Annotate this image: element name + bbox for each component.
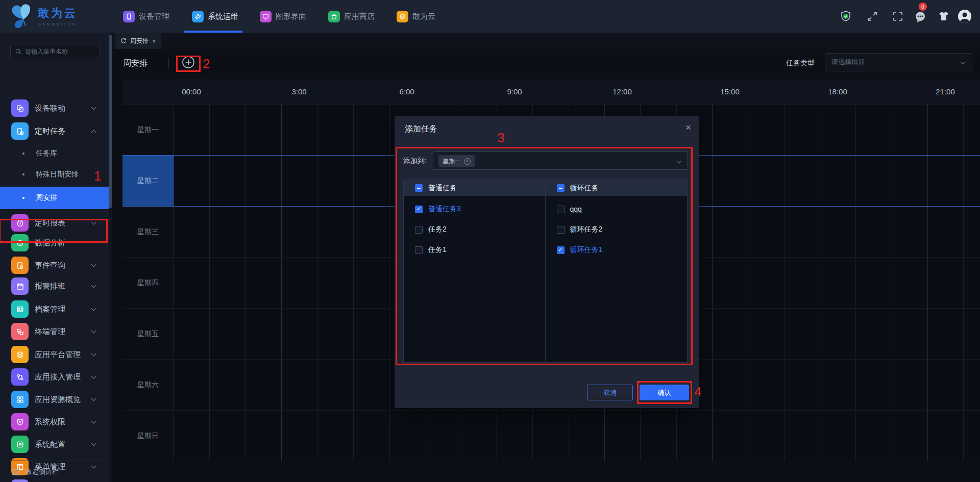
task-checkbox[interactable] <box>415 246 423 254</box>
time-tick: 15:00 <box>715 79 745 104</box>
chevron-down-icon <box>91 419 96 424</box>
task-item[interactable]: 任务1 <box>404 240 545 260</box>
app-access-icon <box>11 368 29 386</box>
time-axis-header: 00:00 3:00 6:00 9:00 12:00 15:00 18:00 2… <box>122 79 980 104</box>
sidebar-item-event-query[interactable]: 事件查询 <box>0 256 109 274</box>
add-to-select[interactable]: 星期一 × <box>433 151 688 170</box>
collapse-sidebar-button[interactable]: 收起侧边栏 <box>0 463 109 480</box>
user-avatar[interactable] <box>958 10 971 23</box>
task-item[interactable]: 普通任务3 <box>404 199 545 219</box>
tag-remove-icon[interactable]: × <box>464 158 471 165</box>
theme-shirt-icon[interactable] <box>938 10 950 22</box>
day-label[interactable]: 星期日 <box>122 411 174 461</box>
modal-close-icon[interactable]: × <box>685 122 691 133</box>
sidebar-item-system-config[interactable]: 系统配置 <box>0 435 109 453</box>
tab-close-icon[interactable]: × <box>152 37 156 45</box>
select-placeholder: 请选择排期 <box>831 58 865 67</box>
sidebar-item-alarm-shift[interactable]: 报警排班 <box>0 277 109 295</box>
collapse-icon <box>11 468 20 476</box>
task-label: 循环任务1 <box>570 245 603 255</box>
brand[interactable]: 敢为云 GANWEIYUN <box>7 2 78 30</box>
menu-search-input[interactable]: 请输入菜单名称 <box>10 45 100 58</box>
event-query-icon <box>11 257 29 274</box>
day-label[interactable]: 星期一 <box>122 105 174 155</box>
sidebar-item-label: 应用接入管理 <box>35 372 81 382</box>
tab-title: 周安排 <box>130 37 149 45</box>
sidebar-item-app-resource-overview[interactable]: 应用资源概览 <box>0 390 109 409</box>
selected-day-tag: 星期一 × <box>438 155 475 167</box>
sidebar-item-label: 终端管理 <box>35 327 65 337</box>
nav-item-device-management[interactable]: 设备管理 <box>123 0 169 33</box>
sidebar-subitem-special-date[interactable]: 特殊日期安排 <box>0 165 109 184</box>
sidebar-item-archive-management[interactable]: 档案管理 <box>0 300 109 318</box>
sidebar-item-terminal-management[interactable]: 终端管理 <box>0 322 109 341</box>
cancel-button[interactable]: 取消 <box>587 385 633 400</box>
sidebar-item-label: 设备联动 <box>35 104 65 113</box>
sidebar-subitem-weekly-schedule[interactable]: 周安排 <box>0 187 109 209</box>
task-checkbox[interactable] <box>415 206 423 213</box>
confirm-button[interactable]: 确认 <box>640 385 689 400</box>
fullscreen-icon[interactable] <box>866 10 878 22</box>
add-schedule-button[interactable] <box>181 55 195 69</box>
sidebar-item-label: 任务库 <box>36 149 57 158</box>
select-all-checkbox[interactable] <box>557 184 565 192</box>
loop-tasks-column: 循环任务 qqq 循环任务2 循环任务1 <box>546 180 688 362</box>
task-item[interactable]: 任务2 <box>404 219 545 240</box>
task-item[interactable]: 循环任务2 <box>546 219 688 240</box>
chevron-down-icon <box>91 306 96 311</box>
day-label[interactable]: 星期二 <box>122 156 174 206</box>
plus-circle-icon <box>181 55 195 69</box>
tab-weekly-schedule[interactable]: 周安排 × <box>115 33 161 49</box>
task-checkbox[interactable] <box>557 206 565 213</box>
schedule-cells[interactable] <box>174 411 980 461</box>
task-checkbox[interactable] <box>557 246 565 254</box>
nav-item-graphic-ui[interactable]: 图形界面 <box>260 0 306 33</box>
normal-tasks-header[interactable]: 普通任务 <box>404 180 545 196</box>
sidebar-subitem-task-library[interactable]: 任务库 <box>0 144 109 163</box>
sidebar-item-label: 事件查询 <box>35 261 65 270</box>
data-analysis-icon <box>11 234 29 251</box>
task-item[interactable]: qqq <box>546 199 688 219</box>
page-title: 周安排 <box>123 58 148 69</box>
ganweiyun-icon <box>397 11 408 22</box>
task-checkbox[interactable] <box>557 226 565 234</box>
day-label[interactable]: 星期五 <box>122 309 174 359</box>
screenshot-frame-icon[interactable] <box>892 10 904 22</box>
sidebar-item-system-permissions[interactable]: 系统权限 <box>0 413 109 431</box>
bullet <box>22 153 24 155</box>
day-label[interactable]: 星期四 <box>122 258 174 308</box>
sidebar-item-app-access-management[interactable]: 应用接入管理 <box>0 368 109 386</box>
day-label[interactable]: 星期六 <box>122 360 174 410</box>
sidebar-item-data-analysis[interactable]: 数据分析 <box>0 234 109 252</box>
divider <box>9 461 109 461</box>
nav-item-system-ops[interactable]: 系统运维 <box>192 0 238 33</box>
task-item[interactable]: 循环任务1 <box>546 240 688 260</box>
loop-tasks-header[interactable]: 循环任务 <box>546 180 688 196</box>
sidebar-item-timed-reports[interactable]: 定时报表 <box>0 214 109 232</box>
collapse-label: 收起侧边栏 <box>26 467 59 476</box>
task-label: qqq <box>570 205 582 213</box>
nav-item-ganweiyun[interactable]: 敢为云 <box>397 0 435 33</box>
schedule-row-sunday[interactable]: 星期日 <box>122 410 980 461</box>
tag-label: 星期一 <box>443 157 461 166</box>
sidebar-item-timed-tasks[interactable]: 定时任务 <box>0 122 109 140</box>
messages-icon[interactable] <box>914 10 926 22</box>
schedule-type-select[interactable]: 请选择排期 <box>825 53 972 71</box>
archive-icon <box>11 300 29 318</box>
select-all-checkbox[interactable] <box>415 184 423 192</box>
security-shield-icon[interactable] <box>840 10 852 22</box>
message-count-badge: 0 <box>919 3 927 11</box>
task-transfer-list: 普通任务 普通任务3 任务2 任务1 循环任务 <box>403 180 688 363</box>
column-header-label: 循环任务 <box>570 184 599 193</box>
chevron-down-icon <box>961 60 966 65</box>
task-checkbox[interactable] <box>415 226 423 234</box>
nav-item-app-store[interactable]: 应用商店 <box>328 0 375 33</box>
refresh-icon[interactable] <box>120 38 127 44</box>
sidebar-item-app-platform-management[interactable]: 应用平台管理 <box>0 345 109 364</box>
sidebar-item-label: 系统配置 <box>35 440 65 449</box>
app-platform-icon <box>11 346 29 363</box>
search-icon <box>15 48 21 55</box>
sidebar-item-device-linkage[interactable]: 设备联动 <box>0 99 109 117</box>
day-label[interactable]: 星期三 <box>122 207 174 257</box>
sidebar-scrollbar-thumb[interactable] <box>109 35 112 208</box>
